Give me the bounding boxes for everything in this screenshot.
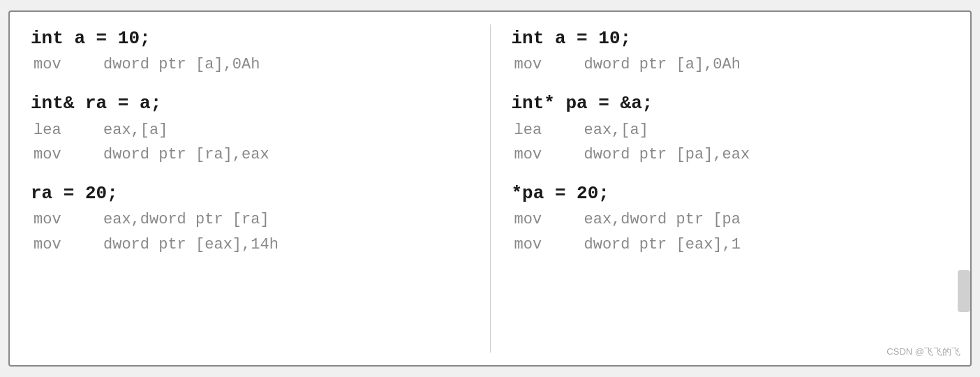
- scrollbar-thumb[interactable]: [958, 270, 970, 312]
- left-statement-3: ra = 20;: [31, 179, 469, 207]
- left-asm-3-2: mov dword ptr [eax],14h: [31, 232, 469, 257]
- left-statement-2: int& ra = a;: [31, 89, 469, 117]
- right-column: int a = 10; mov dword ptr [a],0Ah int* p…: [491, 24, 957, 353]
- right-asm-1-1: mov dword ptr [a],0Ah: [512, 52, 950, 77]
- right-block-3: *pa = 20; mov eax,dword ptr [pa mov dwor…: [512, 179, 950, 257]
- left-statement-1: int a = 10;: [31, 24, 469, 52]
- left-asm-2-1: lea eax,[a]: [31, 118, 469, 142]
- right-asm-3-2: mov dword ptr [eax],1: [512, 232, 950, 257]
- right-asm-2-1: lea eax,[a]: [512, 118, 950, 142]
- left-column: int a = 10; mov dword ptr [a],0Ah int& r…: [24, 24, 491, 353]
- right-block-1: int a = 10; mov dword ptr [a],0Ah: [512, 24, 950, 77]
- right-statement-2: int* pa = &a;: [512, 89, 950, 117]
- main-container: int a = 10; mov dword ptr [a],0Ah int& r…: [8, 10, 972, 367]
- right-asm-3-1: mov eax,dword ptr [pa: [512, 207, 950, 232]
- columns-layout: int a = 10; mov dword ptr [a],0Ah int& r…: [24, 24, 956, 353]
- right-asm-2-2: mov dword ptr [pa],eax: [512, 142, 950, 167]
- left-asm-3-1: mov eax,dword ptr [ra]: [31, 207, 469, 232]
- watermark: CSDN @飞飞的飞: [886, 346, 960, 358]
- left-block-3: ra = 20; mov eax,dword ptr [ra] mov dwor…: [31, 179, 469, 257]
- right-statement-1: int a = 10;: [512, 24, 950, 52]
- left-block-1: int a = 10; mov dword ptr [a],0Ah: [31, 24, 469, 77]
- left-asm-1-1: mov dword ptr [a],0Ah: [31, 52, 469, 77]
- left-block-2: int& ra = a; lea eax,[a] mov dword ptr […: [31, 89, 469, 167]
- right-block-2: int* pa = &a; lea eax,[a] mov dword ptr …: [512, 89, 950, 167]
- left-asm-2-2: mov dword ptr [ra],eax: [31, 142, 469, 167]
- right-statement-3: *pa = 20;: [512, 179, 950, 207]
